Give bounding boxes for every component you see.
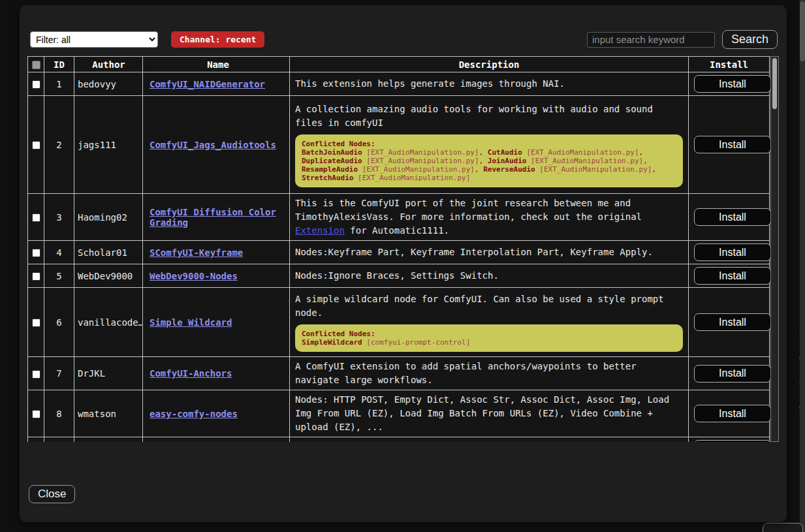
row-id: 1: [44, 72, 74, 96]
row-description: A simple wildcard node for ComfyUI. Can …: [290, 288, 689, 357]
node-name-link[interactable]: ComfyUI_NAIDGenerator: [150, 79, 265, 89]
table-row: 7DrJKLComfyUI-AnchorsA ComfyUI extension…: [28, 357, 770, 390]
row-checkbox[interactable]: [32, 249, 40, 257]
row-checkbox-cell: [28, 194, 44, 241]
row-checkbox-cell: [28, 288, 44, 357]
row-checkbox[interactable]: [32, 319, 40, 327]
row-install-cell: Install: [689, 288, 770, 357]
row-install-cell: Install: [689, 194, 770, 241]
node-name-link[interactable]: ComfyUI_Jags_Audiotools: [150, 140, 276, 150]
row-checkbox[interactable]: [32, 213, 40, 222]
row-checkbox[interactable]: [32, 410, 40, 418]
table-row: 4Scholar01SComfyUI-KeyframeNodes:Keyfram…: [28, 241, 770, 264]
table-row: 9SoftMengComfyUI_Mexx_StylerNodes: Comfy…: [28, 437, 770, 443]
node-name-link[interactable]: SComfyUI-Keyframe: [150, 247, 243, 258]
row-checkbox-cell: [28, 96, 44, 194]
header-select-all: [28, 57, 44, 72]
header-id: ID: [44, 57, 74, 72]
node-name-link[interactable]: ComfyUI Diffusion Color Grading: [150, 207, 276, 228]
table-body: 1bedovyyComfyUI_NAIDGeneratorThis extens…: [28, 72, 770, 443]
filter-select[interactable]: Filter: all: [30, 31, 158, 48]
conflict-node-name: SimpleWildcard: [302, 338, 362, 347]
row-checkbox-cell: [28, 390, 44, 437]
header-description: Description: [290, 57, 689, 72]
row-name-cell: ComfyUI Diffusion Color Grading: [143, 194, 290, 241]
row-checkbox[interactable]: [32, 370, 40, 379]
dialog-toolbar: Filter: all Channel: recent Search: [30, 30, 778, 49]
conflict-node-source: [EXT_AudioManipulation.py]: [366, 157, 479, 165]
description-text: This is the ComfyUI port of the joint re…: [295, 196, 683, 238]
row-install-cell: Install: [689, 96, 770, 194]
row-id: 5: [44, 264, 74, 288]
window-scrollbar-thumb[interactable]: [800, 1, 805, 61]
install-button[interactable]: Install: [694, 313, 771, 331]
conflict-node-name: JoinAudio: [488, 157, 527, 165]
table-row: 8wmatsoneasy-comfy-nodesNodes: HTTP POST…: [28, 390, 770, 437]
row-description: A ComfyUI extension to add spatial ancho…: [290, 357, 689, 390]
description-link[interactable]: Extension: [295, 225, 345, 236]
conflict-node-source: [EXT_AudioManipulation.py]: [358, 174, 470, 182]
install-button[interactable]: Install: [694, 405, 771, 422]
table-row: 5WebDev9000WebDev9000-NodesNodes:Ignore …: [28, 264, 770, 288]
conflicted-nodes-label: Conflicted Nodes:: [302, 140, 676, 148]
table-row: 1bedovyyComfyUI_NAIDGeneratorThis extens…: [28, 72, 770, 96]
install-button[interactable]: Install: [694, 267, 771, 285]
install-button[interactable]: Install: [694, 208, 771, 226]
select-all-checkbox[interactable]: [32, 61, 40, 69]
install-button[interactable]: Install: [694, 243, 771, 261]
description-text: This extension helps generate images thr…: [295, 77, 683, 91]
table-scrollbar-thumb[interactable]: [772, 58, 777, 109]
header-name: Name: [143, 57, 290, 72]
row-description: Nodes: HTTP POST, Empty Dict, Assoc Str,…: [290, 390, 689, 437]
table-row: 3Haoming02ComfyUI Diffusion Color Gradin…: [28, 194, 770, 241]
row-description: Nodes: ComfyUI Mexx Styler, ComfyUI Mexx…: [290, 437, 689, 443]
row-author: SoftMeng: [74, 437, 143, 443]
row-id: 3: [44, 194, 74, 241]
row-name-cell: ComfyUI_NAIDGenerator: [143, 72, 290, 96]
conflicted-nodes-list: SimpleWildcard [comfyui-prompt-control]: [302, 338, 676, 347]
description-text: A simple wildcard node for ComfyUI. Can …: [295, 292, 683, 320]
row-id: 4: [44, 241, 74, 264]
node-name-link[interactable]: easy-comfy-nodes: [150, 409, 238, 419]
row-name-cell: ComfyUI_Mexx_Styler: [143, 437, 290, 443]
node-name-link[interactable]: Simple Wildcard: [150, 317, 232, 328]
search-input[interactable]: [587, 32, 715, 48]
row-author: WebDev9000: [74, 264, 143, 288]
search-button[interactable]: Search: [722, 30, 778, 49]
table-scrollbar[interactable]: [770, 56, 779, 442]
conflict-node-source: [EXT_AudioManipulation.py]: [539, 165, 652, 174]
install-button[interactable]: Install: [694, 136, 771, 153]
row-checkbox-cell: [28, 72, 44, 96]
description-text: Nodes:Ignore Braces, Settings Switch.: [295, 269, 683, 283]
conflicted-nodes-box: Conflicted Nodes:SimpleWildcard [comfyui…: [295, 324, 683, 352]
row-checkbox[interactable]: [32, 80, 40, 89]
row-description: A collection amazing audio tools for wor…: [290, 96, 689, 194]
conflict-node-source: [EXT_AudioManipulation.py]: [526, 148, 639, 157]
install-button[interactable]: Install: [694, 440, 771, 442]
conflicted-nodes-list: BatchJoinAudio [EXT_AudioManipulation.py…: [302, 148, 676, 182]
conflict-node-name: BatchJoinAudio: [302, 148, 362, 157]
row-author: Scholar01: [74, 241, 143, 264]
description-text: A ComfyUI extension to add spatial ancho…: [295, 360, 683, 387]
conflict-node-source: [EXT_AudioManipulation.py]: [362, 165, 475, 174]
row-name-cell: Simple Wildcard: [143, 288, 290, 357]
row-install-cell: Install: [689, 241, 770, 264]
conflict-node-name: ReverseAudio: [483, 165, 535, 174]
node-name-link[interactable]: WebDev9000-Nodes: [150, 271, 238, 281]
header-install: Install: [689, 57, 770, 72]
install-button[interactable]: Install: [694, 75, 771, 93]
close-button[interactable]: Close: [29, 485, 75, 503]
node-name-link[interactable]: ComfyUI-Anchors: [150, 368, 232, 379]
window-scrollbar[interactable]: [800, 0, 805, 532]
row-checkbox-cell: [28, 264, 44, 288]
row-id: 6: [44, 288, 74, 357]
install-button[interactable]: Install: [694, 365, 771, 383]
row-checkbox[interactable]: [32, 141, 40, 149]
description-text: A collection amazing audio tools for wor…: [295, 102, 683, 130]
row-description: Nodes:Keyframe Part, Keyframe Interpolat…: [290, 241, 689, 264]
row-install-cell: Install: [689, 390, 770, 437]
row-author: vanillacode…: [74, 288, 143, 357]
conflict-node-name: DuplicateAudio: [302, 157, 362, 165]
row-author: wmatson: [74, 390, 143, 437]
row-checkbox[interactable]: [32, 272, 40, 281]
